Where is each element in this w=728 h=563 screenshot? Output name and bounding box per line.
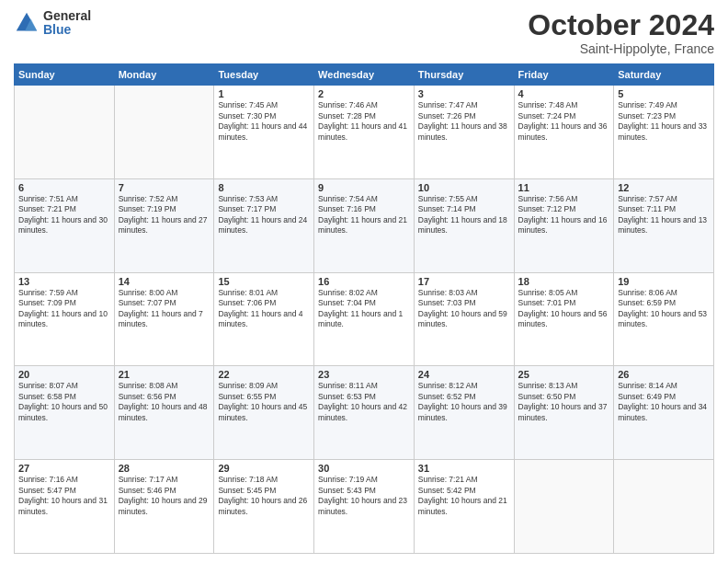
col-saturday: Saturday xyxy=(614,64,714,86)
calendar-cell: 7Sunrise: 7:52 AMSunset: 7:19 PMDaylight… xyxy=(114,178,214,272)
day-number: 2 xyxy=(318,88,410,99)
day-detail: Sunrise: 7:55 AMSunset: 7:14 PMDaylight:… xyxy=(418,194,510,236)
day-number: 30 xyxy=(318,463,410,474)
day-number: 4 xyxy=(518,88,610,99)
day-detail: Sunrise: 7:48 AMSunset: 7:24 PMDaylight:… xyxy=(518,100,610,143)
calendar-cell: 21Sunrise: 8:08 AMSunset: 6:56 PMDayligh… xyxy=(114,366,214,460)
day-detail: Sunrise: 7:45 AMSunset: 7:30 PMDaylight:… xyxy=(218,100,310,143)
calendar-cell: 5Sunrise: 7:49 AMSunset: 7:23 PMDaylight… xyxy=(614,86,714,179)
calendar-cell: 19Sunrise: 8:06 AMSunset: 6:59 PMDayligh… xyxy=(614,272,714,366)
day-number: 14 xyxy=(119,276,210,287)
calendar-cell: 23Sunrise: 8:11 AMSunset: 6:53 PMDayligh… xyxy=(314,366,415,460)
col-monday: Monday xyxy=(114,64,214,86)
logo-icon xyxy=(14,10,40,36)
day-number: 5 xyxy=(618,88,710,99)
day-number: 13 xyxy=(18,276,110,287)
calendar-cell: 24Sunrise: 8:12 AMSunset: 6:52 PMDayligh… xyxy=(414,366,514,460)
day-detail: Sunrise: 8:07 AMSunset: 6:58 PMDaylight:… xyxy=(18,381,110,423)
calendar-cell xyxy=(514,460,614,554)
day-number: 10 xyxy=(418,182,510,193)
day-detail: Sunrise: 7:59 AMSunset: 7:09 PMDaylight:… xyxy=(18,288,110,330)
day-number: 25 xyxy=(518,369,610,380)
day-detail: Sunrise: 7:54 AMSunset: 7:16 PMDaylight:… xyxy=(318,194,410,236)
day-number: 7 xyxy=(119,182,210,193)
logo: General Blue xyxy=(14,9,91,38)
title-block: October 2024 Saint-Hippolyte, France xyxy=(528,9,714,56)
calendar-cell: 22Sunrise: 8:09 AMSunset: 6:55 PMDayligh… xyxy=(214,366,314,460)
day-detail: Sunrise: 8:08 AMSunset: 6:56 PMDaylight:… xyxy=(119,381,210,423)
calendar-cell: 20Sunrise: 8:07 AMSunset: 6:58 PMDayligh… xyxy=(15,366,115,460)
calendar-cell: 18Sunrise: 8:05 AMSunset: 7:01 PMDayligh… xyxy=(514,272,614,366)
day-number: 26 xyxy=(618,369,710,380)
calendar-cell: 29Sunrise: 7:18 AMSunset: 5:45 PMDayligh… xyxy=(214,460,314,554)
day-detail: Sunrise: 7:18 AMSunset: 5:45 PMDaylight:… xyxy=(218,475,310,517)
calendar-cell: 30Sunrise: 7:19 AMSunset: 5:43 PMDayligh… xyxy=(314,460,415,554)
day-number: 16 xyxy=(318,276,410,287)
day-number: 28 xyxy=(119,463,210,474)
day-detail: Sunrise: 7:52 AMSunset: 7:19 PMDaylight:… xyxy=(119,194,210,236)
logo-text: General Blue xyxy=(43,9,91,38)
day-detail: Sunrise: 8:02 AMSunset: 7:04 PMDaylight:… xyxy=(318,288,410,330)
day-detail: Sunrise: 7:51 AMSunset: 7:21 PMDaylight:… xyxy=(18,194,110,236)
day-detail: Sunrise: 8:05 AMSunset: 7:01 PMDaylight:… xyxy=(518,288,610,330)
day-detail: Sunrise: 8:11 AMSunset: 6:53 PMDaylight:… xyxy=(318,381,410,423)
header: General Blue October 2024 Saint-Hippolyt… xyxy=(14,9,714,56)
day-number: 6 xyxy=(18,182,110,193)
day-detail: Sunrise: 7:19 AMSunset: 5:43 PMDaylight:… xyxy=(318,475,410,517)
logo-general-text: General xyxy=(43,9,91,23)
day-number: 23 xyxy=(318,369,410,380)
title-location: Saint-Hippolyte, France xyxy=(528,41,714,56)
calendar-cell: 6Sunrise: 7:51 AMSunset: 7:21 PMDaylight… xyxy=(15,178,115,272)
calendar-cell: 11Sunrise: 7:56 AMSunset: 7:12 PMDayligh… xyxy=(514,178,614,272)
day-number: 12 xyxy=(618,182,710,193)
day-number: 22 xyxy=(218,369,310,380)
calendar-cell: 27Sunrise: 7:16 AMSunset: 5:47 PMDayligh… xyxy=(15,460,115,554)
day-number: 31 xyxy=(418,463,510,474)
calendar-cell: 12Sunrise: 7:57 AMSunset: 7:11 PMDayligh… xyxy=(614,178,714,272)
day-detail: Sunrise: 7:57 AMSunset: 7:11 PMDaylight:… xyxy=(618,194,710,236)
calendar-cell: 4Sunrise: 7:48 AMSunset: 7:24 PMDaylight… xyxy=(514,86,614,179)
day-detail: Sunrise: 8:03 AMSunset: 7:03 PMDaylight:… xyxy=(418,288,510,330)
calendar-cell: 14Sunrise: 8:00 AMSunset: 7:07 PMDayligh… xyxy=(114,272,214,366)
calendar-cell: 16Sunrise: 8:02 AMSunset: 7:04 PMDayligh… xyxy=(314,272,415,366)
calendar-cell xyxy=(15,86,115,179)
day-detail: Sunrise: 7:49 AMSunset: 7:23 PMDaylight:… xyxy=(618,100,710,143)
calendar-cell: 15Sunrise: 8:01 AMSunset: 7:06 PMDayligh… xyxy=(214,272,314,366)
day-detail: Sunrise: 8:12 AMSunset: 6:52 PMDaylight:… xyxy=(418,381,510,423)
calendar-cell: 3Sunrise: 7:47 AMSunset: 7:26 PMDaylight… xyxy=(414,86,514,179)
day-number: 17 xyxy=(418,276,510,287)
day-detail: Sunrise: 7:56 AMSunset: 7:12 PMDaylight:… xyxy=(518,194,610,236)
day-detail: Sunrise: 7:21 AMSunset: 5:42 PMDaylight:… xyxy=(418,475,510,517)
col-wednesday: Wednesday xyxy=(314,64,415,86)
day-detail: Sunrise: 8:14 AMSunset: 6:49 PMDaylight:… xyxy=(618,381,710,423)
calendar-cell xyxy=(614,460,714,554)
calendar-week-row-3: 20Sunrise: 8:07 AMSunset: 6:58 PMDayligh… xyxy=(15,366,714,460)
page: General Blue October 2024 Saint-Hippolyt… xyxy=(0,0,728,563)
day-number: 9 xyxy=(318,182,410,193)
day-number: 20 xyxy=(18,369,110,380)
calendar-cell: 9Sunrise: 7:54 AMSunset: 7:16 PMDaylight… xyxy=(314,178,415,272)
day-number: 24 xyxy=(418,369,510,380)
calendar-cell xyxy=(114,86,214,179)
day-number: 29 xyxy=(218,463,310,474)
day-detail: Sunrise: 7:16 AMSunset: 5:47 PMDaylight:… xyxy=(18,475,110,517)
title-month: October 2024 xyxy=(528,9,714,41)
day-detail: Sunrise: 8:01 AMSunset: 7:06 PMDaylight:… xyxy=(218,288,310,330)
calendar-cell: 13Sunrise: 7:59 AMSunset: 7:09 PMDayligh… xyxy=(15,272,115,366)
day-number: 3 xyxy=(418,88,510,99)
calendar-cell: 28Sunrise: 7:17 AMSunset: 5:46 PMDayligh… xyxy=(114,460,214,554)
calendar-cell: 26Sunrise: 8:14 AMSunset: 6:49 PMDayligh… xyxy=(614,366,714,460)
col-thursday: Thursday xyxy=(414,64,514,86)
day-number: 21 xyxy=(119,369,210,380)
day-number: 18 xyxy=(518,276,610,287)
day-number: 1 xyxy=(218,88,310,99)
day-number: 11 xyxy=(518,182,610,193)
calendar-week-row-1: 6Sunrise: 7:51 AMSunset: 7:21 PMDaylight… xyxy=(15,178,714,272)
calendar-week-row-0: 1Sunrise: 7:45 AMSunset: 7:30 PMDaylight… xyxy=(15,86,714,179)
day-number: 27 xyxy=(18,463,110,474)
col-sunday: Sunday xyxy=(15,64,115,86)
day-detail: Sunrise: 7:46 AMSunset: 7:28 PMDaylight:… xyxy=(318,100,410,143)
calendar-table: Sunday Monday Tuesday Wednesday Thursday… xyxy=(14,63,714,554)
calendar-cell: 17Sunrise: 8:03 AMSunset: 7:03 PMDayligh… xyxy=(414,272,514,366)
day-detail: Sunrise: 7:17 AMSunset: 5:46 PMDaylight:… xyxy=(119,475,210,517)
